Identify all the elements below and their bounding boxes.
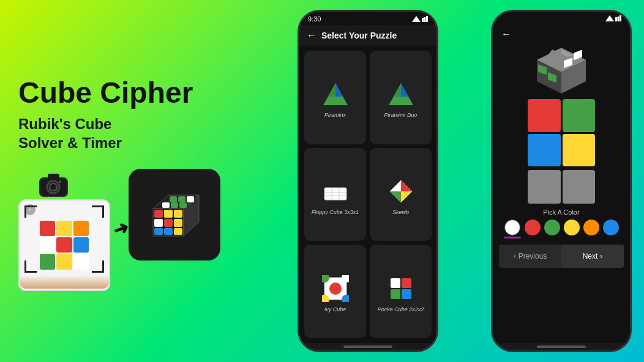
floppy-icon (320, 176, 351, 207)
next-chevron-icon: › (600, 252, 602, 260)
color-dot-orange[interactable] (583, 220, 599, 235)
cube-cell (73, 237, 89, 253)
pocket-icon (386, 273, 416, 304)
svg-marker-54 (605, 15, 614, 21)
white-cube-card: ‹ (18, 199, 110, 291)
svg-marker-23 (412, 16, 421, 22)
right-back-btn[interactable]: ← (501, 29, 511, 40)
phone-header: ← Select Your Puzzle (299, 25, 436, 46)
prev-button-label: Previous (519, 252, 547, 260)
puzzle-item-ivy[interactable]: Ivy Cube (304, 245, 366, 338)
ivy-icon (320, 273, 351, 304)
svg-marker-40 (390, 180, 401, 191)
face-cell-yellow (563, 134, 596, 167)
app-subtitle: Rubik's Cube Solver & Timer (18, 114, 239, 152)
puzzle-grid: Piraminx Piraminx Duo (299, 46, 436, 343)
svg-rect-13 (174, 219, 182, 227)
svg-rect-18 (178, 196, 185, 202)
face-cell-gray1 (528, 170, 561, 204)
cube-face-display (528, 99, 595, 166)
cube-cell (73, 221, 89, 236)
right-phone-content: Pick A Color ‹ Previous Next › (493, 45, 630, 343)
prev-chevron-icon: ‹ (514, 252, 516, 260)
svg-rect-56 (618, 17, 620, 21)
piraminx-label: Piraminx (324, 112, 346, 118)
svg-rect-15 (164, 228, 173, 235)
face-cell-blue (528, 134, 561, 167)
color-dot-green[interactable] (544, 220, 560, 235)
cube-cell (56, 221, 72, 236)
right-status-bar (493, 12, 630, 24)
piraminx-icon (320, 79, 351, 109)
color-palette (504, 220, 619, 238)
cube-cell (56, 254, 72, 269)
piraminx-duo-icon (386, 79, 416, 109)
scan-corner-br (92, 260, 104, 273)
selected-indicator (504, 237, 521, 238)
cube-face-bottom (528, 170, 595, 204)
color-dot-blue[interactable] (603, 220, 619, 235)
puzzle-item-floppy[interactable]: Floppy Cube 3x3x1 (304, 148, 366, 242)
svg-marker-39 (401, 180, 412, 191)
color-dot-white[interactable] (504, 220, 520, 235)
svg-rect-50 (391, 278, 400, 288)
right-signal (605, 15, 621, 21)
next-button[interactable]: Next › (561, 245, 624, 268)
pick-color-label: Pick A Color (543, 209, 579, 216)
app-title: Cube Cipher (18, 77, 239, 109)
color-option-white[interactable] (504, 220, 521, 238)
svg-rect-55 (615, 17, 617, 21)
face-cell-gray2 (563, 170, 596, 204)
puzzle-item-piraminx-duo[interactable]: Piraminx Duo (370, 51, 432, 144)
pocket-label: Pocke Cube 2x2x2 (378, 306, 424, 312)
scan-corner-tr (92, 205, 104, 218)
ivy-label: Ivy Cube (324, 306, 346, 312)
previous-button[interactable]: ‹ Previous (499, 245, 561, 268)
svg-rect-1 (48, 174, 59, 179)
camera-icon (37, 169, 70, 202)
puzzle-item-piraminx[interactable]: Piraminx (304, 51, 366, 144)
home-indicator (343, 345, 392, 348)
cube-cell (40, 237, 55, 253)
color-dot-yellow[interactable] (564, 220, 580, 235)
cube-cell (56, 237, 72, 253)
next-button-label: Next (583, 252, 598, 260)
svg-rect-9 (164, 210, 173, 218)
puzzle-item-pocket[interactable]: Pocke Cube 2x2x2 (370, 245, 432, 338)
svg-rect-33 (324, 188, 346, 200)
phone-middle: 9:30 ← Select Your Puzzle (298, 10, 438, 352)
right-home-indicator (537, 345, 586, 348)
dark-cube-card (129, 169, 220, 260)
left-visuals: ➜ ‹ (18, 163, 239, 285)
svg-rect-12 (164, 219, 173, 227)
phone-back-btn[interactable]: ← (307, 30, 316, 41)
svg-rect-25 (424, 17, 426, 22)
svg-rect-19 (187, 196, 194, 202)
face-cell-green (563, 99, 596, 132)
status-bar: 9:30 (299, 12, 436, 25)
svg-rect-53 (402, 289, 411, 299)
signal-icons (412, 16, 428, 22)
skewb-icon (386, 176, 416, 207)
scan-corner-bl (24, 260, 37, 273)
color-dot-red[interactable] (525, 220, 541, 235)
svg-rect-52 (391, 289, 400, 299)
scan-corner-tl (24, 205, 37, 218)
left-section: Cube Cipher Rubik's Cube Solver & Timer (12, 0, 245, 362)
puzzle-screen-title: Select Your Puzzle (321, 31, 397, 40)
hand-image (20, 275, 109, 289)
svg-rect-17 (170, 196, 177, 202)
3d-cube-icon (531, 45, 592, 97)
skewb-label: Skewb (392, 209, 409, 215)
svg-marker-41 (390, 191, 401, 202)
svg-rect-51 (402, 278, 411, 288)
svg-marker-42 (401, 191, 412, 202)
svg-rect-21 (171, 202, 178, 208)
svg-rect-26 (426, 16, 428, 22)
svg-rect-22 (179, 202, 187, 208)
svg-rect-10 (174, 210, 182, 218)
right-phone-header: ← (493, 24, 630, 45)
piraminx-duo-label: Piraminx Duo (384, 112, 417, 118)
svg-rect-24 (422, 18, 424, 22)
puzzle-item-skewb[interactable]: Skewb (370, 148, 432, 242)
